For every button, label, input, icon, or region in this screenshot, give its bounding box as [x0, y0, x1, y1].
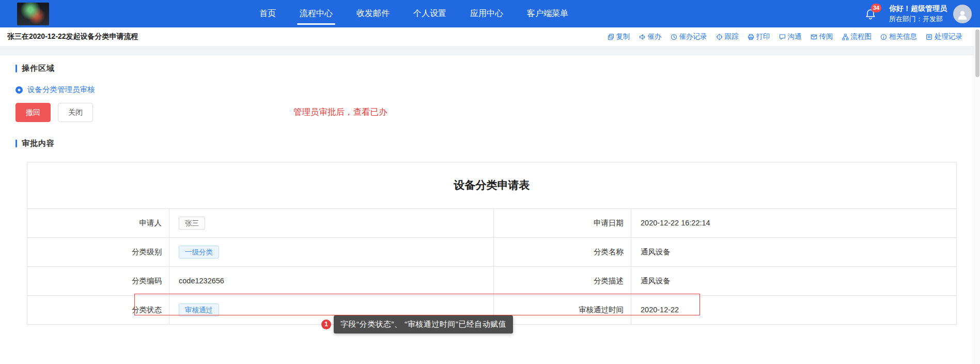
approval-section-header: 审批内容 [15, 139, 980, 148]
category-status-chip: 审核通过 [179, 304, 219, 317]
action-urge-record[interactable]: 催办记录 [671, 32, 707, 41]
track-icon [716, 34, 723, 40]
nav-item-client-menu[interactable]: 客户端菜单 [515, 0, 580, 27]
copy-icon [608, 34, 614, 40]
action-flowchart[interactable]: 流程图 [842, 32, 872, 41]
process-title-bar: 张三在2020-12-22发起设备分类申请流程 复制 催办 催办记录 跟踪 打印… [0, 27, 980, 46]
scrollbar-thumb[interactable] [975, 29, 979, 77]
page-background-band [0, 46, 980, 55]
circulate-icon [811, 34, 817, 40]
action-communicate[interactable]: 沟通 [779, 32, 802, 41]
action-label: 沟通 [788, 32, 802, 41]
application-form-table: 设备分类申请表 申请人 张三 申请日期 2020-12-22 16:22:14 … [27, 162, 957, 325]
section-accent-bar [15, 140, 17, 147]
application-form: 设备分类申请表 申请人 张三 申请日期 2020-12-22 16:22:14 … [27, 162, 957, 325]
radio-selected-icon [15, 86, 23, 94]
chat-icon [779, 34, 786, 40]
process-actions-toolbar: 复制 催办 催办记录 跟踪 打印 沟通 传阅 流程图 相关信息 处理记录 [608, 32, 963, 41]
action-urge[interactable]: 催办 [639, 32, 662, 41]
nav-item-mail[interactable]: 收发邮件 [345, 0, 401, 27]
table-row: 申请人 张三 申请日期 2020-12-22 16:22:14 [27, 208, 957, 237]
action-label: 流程图 [851, 32, 872, 41]
category-code-value: code1232656 [169, 266, 494, 295]
action-label: 催办记录 [679, 32, 707, 41]
category-name-value: 通风设备 [631, 237, 957, 266]
apply-date-value: 2020-12-22 16:22:14 [631, 208, 957, 237]
operation-section-header: 操作区域 [15, 64, 980, 73]
action-process-record[interactable]: 处理记录 [926, 32, 962, 41]
action-print[interactable]: 打印 [748, 32, 770, 41]
auto-fill-note: 1 字段“分类状态”、 “审核通过时间”已经自动赋值 [321, 315, 513, 333]
current-step-radio[interactable]: 设备分类管理员审核 [15, 85, 95, 95]
user-icon [956, 9, 969, 21]
applicant-label: 申请人 [27, 208, 169, 237]
form-title-row: 设备分类申请表 [27, 162, 957, 208]
applicant-value-chip: 张三 [179, 217, 205, 230]
note-text: 字段“分类状态”、 “审核通过时间”已经自动赋值 [334, 315, 513, 333]
department-text: 所在部门：开发部 [889, 14, 947, 24]
approve-time-label: 审核通过时间 [494, 295, 631, 324]
form-title: 设备分类申请表 [27, 162, 957, 208]
related-info-icon [880, 34, 887, 40]
nav-item-process-center[interactable]: 流程中心 [288, 0, 345, 27]
apply-date-label: 申请日期 [494, 208, 631, 237]
action-label: 处理记录 [935, 32, 962, 41]
user-info: 你好！超级管理员 所在部门：开发部 [889, 3, 947, 24]
action-label: 打印 [756, 32, 770, 41]
nav-item-app-center[interactable]: 应用中心 [458, 0, 515, 27]
action-label: 跟踪 [725, 32, 739, 41]
print-icon [748, 34, 754, 40]
urge-icon [639, 34, 646, 40]
notification-count-badge: 34 [871, 4, 881, 12]
category-level-chip: 一级分类 [179, 246, 219, 259]
operation-section-title: 操作区域 [22, 64, 55, 73]
action-track[interactable]: 跟踪 [716, 32, 739, 41]
category-name-label: 分类名称 [494, 237, 631, 266]
approval-section-title: 审批内容 [22, 139, 55, 148]
nav-item-home[interactable]: 首页 [247, 0, 288, 27]
table-row: 分类编码 code1232656 分类描述 通风设备 [27, 266, 957, 295]
action-label: 传阅 [819, 32, 833, 41]
action-label: 复制 [616, 32, 630, 41]
notifications-button[interactable]: 34 [864, 7, 879, 21]
main-nav: 首页 流程中心 收发邮件 个人设置 应用中心 客户端菜单 [247, 0, 580, 27]
flowchart-icon [842, 34, 849, 40]
note-number-badge: 1 [321, 320, 331, 329]
vertical-scrollbar [974, 27, 980, 364]
greeting-text: 你好！超级管理员 [889, 3, 947, 14]
approve-time-value: 2020-12-22 [631, 295, 957, 324]
withdraw-button[interactable]: 撤回 [15, 103, 51, 122]
admin-approve-hint: 管理员审批后，查看已办 [293, 107, 387, 118]
operation-buttons-row: 撤回 关闭 管理员审批后，查看已办 [15, 103, 980, 122]
main-panel: 操作区域 设备分类管理员审核 撤回 关闭 管理员审批后，查看已办 审批内容 设备… [0, 55, 980, 364]
category-desc-label: 分类描述 [494, 266, 631, 295]
close-button[interactable]: 关闭 [58, 103, 93, 122]
process-title: 张三在2020-12-22发起设备分类申请流程 [7, 32, 138, 41]
process-record-icon [926, 34, 932, 40]
category-level-label: 分类级别 [27, 237, 169, 266]
urge-record-icon [671, 34, 677, 40]
action-related-info[interactable]: 相关信息 [880, 32, 917, 41]
avatar[interactable] [953, 5, 972, 23]
section-accent-bar [15, 65, 17, 72]
header-right-cluster: 34 你好！超级管理员 所在部门：开发部 [864, 3, 980, 24]
table-row: 分类级别 一级分类 分类名称 通风设备 [27, 237, 957, 266]
category-status-label: 分类状态 [27, 295, 169, 324]
category-desc-value: 通风设备 [631, 266, 957, 295]
category-code-label: 分类编码 [27, 266, 169, 295]
action-circulate[interactable]: 传阅 [811, 32, 833, 41]
action-label: 相关信息 [889, 32, 917, 41]
action-copy[interactable]: 复制 [608, 32, 630, 41]
current-step-label: 设备分类管理员审核 [27, 85, 95, 95]
app-logo [17, 3, 49, 25]
action-label: 催办 [648, 32, 662, 41]
top-navbar: 首页 流程中心 收发邮件 个人设置 应用中心 客户端菜单 34 你好！超级管理员… [0, 0, 980, 27]
nav-item-personal-settings[interactable]: 个人设置 [401, 0, 458, 27]
